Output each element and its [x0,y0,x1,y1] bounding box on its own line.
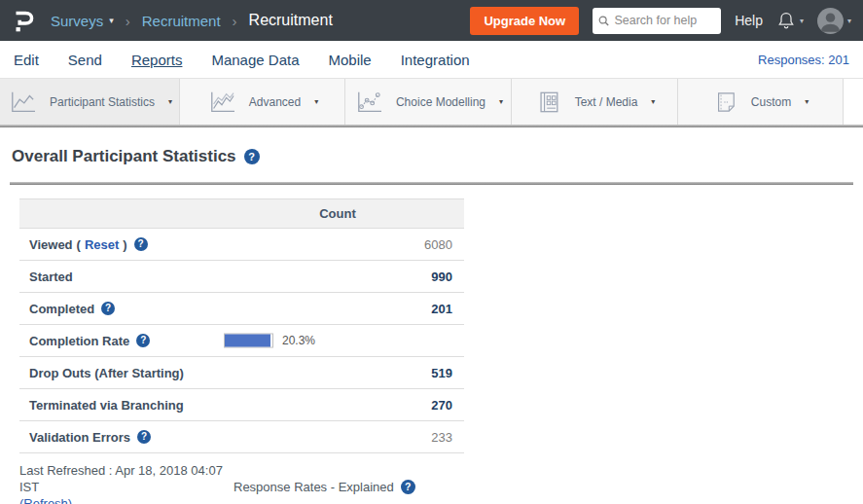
line-chart-icon [7,90,38,115]
row-label-text: Terminated via Branching [29,398,184,413]
completion-rate-bar-track [224,334,273,348]
row-value: 270 [431,398,464,413]
tab-label: Choice Modelling [396,95,485,109]
tab-choice-modelling[interactable]: Choice Modelling ▾ [345,79,512,125]
row-label-text: Validation Errors [29,430,130,445]
paren: ) [123,237,126,252]
row-value: 519 [431,366,464,380]
table-row-viewed: Viewed ( Reset ) ? 6080 [19,229,464,261]
caret-down-icon: ▾ [499,97,503,106]
table-footer: Last Refreshed : Apr 18, 2018 04:07 IST … [19,462,853,504]
row-label: Completed ? [19,302,115,316]
breadcrumb-current: Recruitment [249,12,333,29]
tab-custom[interactable]: Custom ▾ [678,79,844,125]
help-icon[interactable]: ? [244,149,260,164]
caret-down-icon: ▾ [109,16,114,25]
breadcrumb: Surveys ▾ › Recruitment › Recruitment [51,12,333,29]
nav-item-integration[interactable]: Integration [401,52,470,68]
scatter-chart-icon [353,90,384,115]
caret-down-icon: ▾ [800,17,804,25]
tab-label: Text / Media [575,95,638,109]
nav-item-send[interactable]: Send [68,52,102,68]
caret-down-icon: ▾ [805,97,809,106]
tab-label: Participant Statistics [50,95,155,109]
row-label: Validation Errors ? [19,430,151,445]
row-value: 6080 [424,237,464,252]
breadcrumb-parent[interactable]: Recruitment [142,13,221,29]
participant-statistics-table: Count Viewed ( Reset ) ? 6080 Started 99… [19,198,464,453]
last-refreshed-label: Last Refreshed : Apr 18, 2018 04:07 IST [19,463,223,494]
paren: ( [77,237,81,252]
reset-link[interactable]: Reset [85,237,119,252]
search-icon [598,15,609,27]
custom-report-icon [712,90,739,115]
table-header: Count [19,198,464,229]
row-label: Drop Outs (After Starting) [19,366,184,380]
bell-icon [776,11,796,30]
row-label: Terminated via Branching [19,398,184,413]
row-value: 201 [431,302,464,316]
tab-advanced[interactable]: Advanced ▾ [180,79,345,125]
tab-label: Custom [751,95,791,109]
table-row-drop-outs: Drop Outs (After Starting) 519 [19,357,464,389]
caret-down-icon: ▾ [314,97,318,106]
survey-nav: Edit Send Reports Manage Data Mobile Int… [0,41,863,78]
completion-rate-bar-fill [225,335,270,347]
table-row-completion-rate: Completion Rate ? 20.3% [19,325,464,357]
row-label: Viewed ( Reset ) ? [19,237,148,252]
breadcrumb-surveys[interactable]: Surveys [51,13,103,29]
responses-count: Responses: 201 [758,53,849,67]
avatar [817,8,844,34]
tab-participant-statistics[interactable]: Participant Statistics ▾ [0,79,180,125]
table-row-validation-errors: Validation Errors ? 233 [19,421,464,453]
notifications-button[interactable]: ▾ [776,11,804,30]
caret-down-icon: ▾ [651,97,655,106]
help-search-box [593,8,721,34]
count-column-header: Count [319,199,356,228]
page-title: Overall Participant Statistics [12,147,236,166]
reports-tab-strip: Participant Statistics ▾ Advanced ▾ Choi… [0,78,863,125]
table-row-completed: Completed ? 201 [19,293,464,325]
caret-down-icon: ▾ [168,97,172,106]
row-label-text: Completed [29,302,94,316]
help-icon[interactable]: ? [134,237,148,251]
tab-label: Advanced [249,95,301,109]
row-value: 990 [431,270,464,284]
caret-down-icon: ▾ [847,17,851,25]
questionpro-logo[interactable] [10,7,35,34]
text-media-icon [534,90,563,115]
help-icon[interactable]: ? [137,430,151,444]
help-icon[interactable]: ? [136,334,150,347]
table-row-terminated: Terminated via Branching 270 [19,389,464,421]
nav-item-reports[interactable]: Reports [131,52,183,68]
completion-rate-percent: 20.3% [282,334,315,347]
user-silhouette-icon [817,8,844,34]
report-content: Overall Participant Statistics ? Count V… [0,127,863,504]
row-label-text: Viewed [29,237,73,252]
upgrade-now-button[interactable]: Upgrade Now [470,7,579,35]
row-label-text: Drop Outs (After Starting) [29,366,184,380]
nav-item-edit[interactable]: Edit [14,52,39,68]
nav-item-mobile[interactable]: Mobile [329,52,372,68]
row-label-text: Completion Rate [29,334,129,348]
help-icon[interactable]: ? [101,302,115,315]
row-label: Started [19,270,73,284]
tab-text-media[interactable]: Text / Media ▾ [512,79,678,125]
breadcrumb-separator: › [126,13,130,29]
topbar: Surveys ▾ › Recruitment › Recruitment Up… [0,0,863,41]
refresh-link[interactable]: (Refresh) [19,496,72,504]
table-row-started: Started 990 [19,261,464,293]
response-rates-label: Response Rates - Explained [234,480,394,494]
nav-item-manage-data[interactable]: Manage Data [211,52,299,68]
row-value: 233 [431,430,464,445]
logo-p-icon [10,7,35,34]
row-label-text: Started [29,270,73,284]
multi-line-chart-icon [206,90,237,115]
help-link[interactable]: Help [735,13,763,28]
search-input[interactable] [614,14,715,27]
section-divider [10,182,853,185]
row-label: Completion Rate ? [19,334,150,348]
account-menu[interactable]: ▾ [817,8,851,34]
help-icon[interactable]: ? [401,480,415,494]
breadcrumb-separator: › [233,13,237,29]
